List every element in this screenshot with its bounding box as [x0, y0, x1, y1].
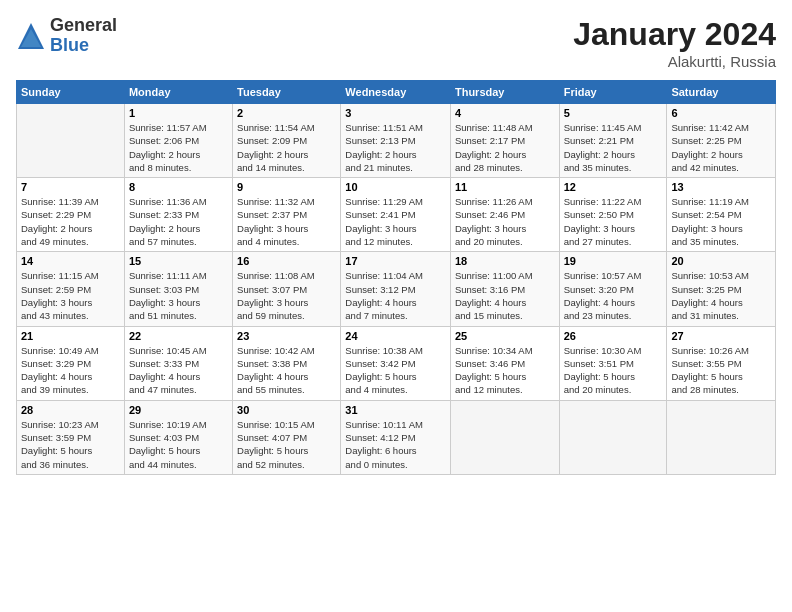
day-info: Sunrise: 10:57 AMSunset: 3:20 PMDaylight… [564, 269, 663, 322]
day-number: 14 [21, 255, 120, 267]
calendar-cell: 24Sunrise: 10:38 AMSunset: 3:42 PMDaylig… [341, 326, 451, 400]
day-info: Sunrise: 10:15 AMSunset: 4:07 PMDaylight… [237, 418, 336, 471]
calendar-cell: 22Sunrise: 10:45 AMSunset: 3:33 PMDaylig… [124, 326, 232, 400]
day-info: Sunrise: 11:08 AMSunset: 3:07 PMDaylight… [237, 269, 336, 322]
day-header: Friday [559, 81, 667, 104]
calendar-cell: 9Sunrise: 11:32 AMSunset: 2:37 PMDayligh… [233, 178, 341, 252]
calendar-cell: 4Sunrise: 11:48 AMSunset: 2:17 PMDayligh… [450, 104, 559, 178]
day-info: Sunrise: 11:51 AMSunset: 2:13 PMDaylight… [345, 121, 446, 174]
calendar-cell: 16Sunrise: 11:08 AMSunset: 3:07 PMDaylig… [233, 252, 341, 326]
calendar-cell: 21Sunrise: 10:49 AMSunset: 3:29 PMDaylig… [17, 326, 125, 400]
header: General Blue January 2024 Alakurtti, Rus… [16, 16, 776, 70]
logo-general: General [50, 16, 117, 36]
day-info: Sunrise: 10:26 AMSunset: 3:55 PMDaylight… [671, 344, 771, 397]
calendar-cell: 30Sunrise: 10:15 AMSunset: 4:07 PMDaylig… [233, 400, 341, 474]
day-number: 23 [237, 330, 336, 342]
day-number: 3 [345, 107, 446, 119]
calendar-cell: 3Sunrise: 11:51 AMSunset: 2:13 PMDayligh… [341, 104, 451, 178]
day-number: 18 [455, 255, 555, 267]
day-number: 15 [129, 255, 228, 267]
day-number: 2 [237, 107, 336, 119]
title-block: January 2024 Alakurtti, Russia [573, 16, 776, 70]
day-info: Sunrise: 10:23 AMSunset: 3:59 PMDaylight… [21, 418, 120, 471]
logo-text: General Blue [50, 16, 117, 56]
page: General Blue January 2024 Alakurtti, Rus… [0, 0, 792, 612]
day-info: Sunrise: 10:34 AMSunset: 3:46 PMDaylight… [455, 344, 555, 397]
calendar-cell: 26Sunrise: 10:30 AMSunset: 3:51 PMDaylig… [559, 326, 667, 400]
day-number: 6 [671, 107, 771, 119]
day-number: 25 [455, 330, 555, 342]
day-info: Sunrise: 11:32 AMSunset: 2:37 PMDaylight… [237, 195, 336, 248]
day-info: Sunrise: 11:11 AMSunset: 3:03 PMDaylight… [129, 269, 228, 322]
calendar-header-row: SundayMondayTuesdayWednesdayThursdayFrid… [17, 81, 776, 104]
day-header: Wednesday [341, 81, 451, 104]
calendar-cell: 6Sunrise: 11:42 AMSunset: 2:25 PMDayligh… [667, 104, 776, 178]
day-number: 8 [129, 181, 228, 193]
day-info: Sunrise: 11:15 AMSunset: 2:59 PMDaylight… [21, 269, 120, 322]
logo-blue: Blue [50, 36, 117, 56]
day-info: Sunrise: 10:45 AMSunset: 3:33 PMDaylight… [129, 344, 228, 397]
day-info: Sunrise: 10:42 AMSunset: 3:38 PMDaylight… [237, 344, 336, 397]
day-info: Sunrise: 11:36 AMSunset: 2:33 PMDaylight… [129, 195, 228, 248]
calendar-cell: 5Sunrise: 11:45 AMSunset: 2:21 PMDayligh… [559, 104, 667, 178]
calendar-cell: 8Sunrise: 11:36 AMSunset: 2:33 PMDayligh… [124, 178, 232, 252]
calendar-week-row: 21Sunrise: 10:49 AMSunset: 3:29 PMDaylig… [17, 326, 776, 400]
calendar-cell: 29Sunrise: 10:19 AMSunset: 4:03 PMDaylig… [124, 400, 232, 474]
day-info: Sunrise: 11:54 AMSunset: 2:09 PMDaylight… [237, 121, 336, 174]
calendar-cell [17, 104, 125, 178]
location: Alakurtti, Russia [573, 53, 776, 70]
day-info: Sunrise: 11:19 AMSunset: 2:54 PMDaylight… [671, 195, 771, 248]
month-title: January 2024 [573, 16, 776, 53]
day-number: 21 [21, 330, 120, 342]
day-number: 5 [564, 107, 663, 119]
calendar-cell: 27Sunrise: 10:26 AMSunset: 3:55 PMDaylig… [667, 326, 776, 400]
calendar-cell: 19Sunrise: 10:57 AMSunset: 3:20 PMDaylig… [559, 252, 667, 326]
day-number: 16 [237, 255, 336, 267]
day-number: 24 [345, 330, 446, 342]
day-number: 29 [129, 404, 228, 416]
day-info: Sunrise: 10:19 AMSunset: 4:03 PMDaylight… [129, 418, 228, 471]
day-number: 9 [237, 181, 336, 193]
day-number: 10 [345, 181, 446, 193]
calendar-week-row: 1Sunrise: 11:57 AMSunset: 2:06 PMDayligh… [17, 104, 776, 178]
day-number: 4 [455, 107, 555, 119]
calendar-cell: 18Sunrise: 11:00 AMSunset: 3:16 PMDaylig… [450, 252, 559, 326]
calendar-cell: 31Sunrise: 10:11 AMSunset: 4:12 PMDaylig… [341, 400, 451, 474]
calendar-cell: 17Sunrise: 11:04 AMSunset: 3:12 PMDaylig… [341, 252, 451, 326]
calendar-week-row: 28Sunrise: 10:23 AMSunset: 3:59 PMDaylig… [17, 400, 776, 474]
day-info: Sunrise: 11:00 AMSunset: 3:16 PMDaylight… [455, 269, 555, 322]
calendar-cell: 13Sunrise: 11:19 AMSunset: 2:54 PMDaylig… [667, 178, 776, 252]
day-info: Sunrise: 11:48 AMSunset: 2:17 PMDaylight… [455, 121, 555, 174]
calendar-cell: 7Sunrise: 11:39 AMSunset: 2:29 PMDayligh… [17, 178, 125, 252]
calendar-cell [667, 400, 776, 474]
day-info: Sunrise: 11:04 AMSunset: 3:12 PMDaylight… [345, 269, 446, 322]
day-number: 28 [21, 404, 120, 416]
day-info: Sunrise: 10:11 AMSunset: 4:12 PMDaylight… [345, 418, 446, 471]
day-number: 31 [345, 404, 446, 416]
day-number: 7 [21, 181, 120, 193]
calendar-cell [450, 400, 559, 474]
calendar-cell: 1Sunrise: 11:57 AMSunset: 2:06 PMDayligh… [124, 104, 232, 178]
calendar-cell: 2Sunrise: 11:54 AMSunset: 2:09 PMDayligh… [233, 104, 341, 178]
calendar-cell: 14Sunrise: 11:15 AMSunset: 2:59 PMDaylig… [17, 252, 125, 326]
day-info: Sunrise: 11:45 AMSunset: 2:21 PMDaylight… [564, 121, 663, 174]
day-info: Sunrise: 11:39 AMSunset: 2:29 PMDaylight… [21, 195, 120, 248]
day-number: 12 [564, 181, 663, 193]
day-number: 11 [455, 181, 555, 193]
calendar-cell: 20Sunrise: 10:53 AMSunset: 3:25 PMDaylig… [667, 252, 776, 326]
day-info: Sunrise: 10:30 AMSunset: 3:51 PMDaylight… [564, 344, 663, 397]
day-header: Sunday [17, 81, 125, 104]
day-info: Sunrise: 10:38 AMSunset: 3:42 PMDaylight… [345, 344, 446, 397]
calendar-cell: 23Sunrise: 10:42 AMSunset: 3:38 PMDaylig… [233, 326, 341, 400]
calendar-week-row: 7Sunrise: 11:39 AMSunset: 2:29 PMDayligh… [17, 178, 776, 252]
day-info: Sunrise: 11:42 AMSunset: 2:25 PMDaylight… [671, 121, 771, 174]
day-number: 17 [345, 255, 446, 267]
day-number: 13 [671, 181, 771, 193]
day-header: Tuesday [233, 81, 341, 104]
day-info: Sunrise: 10:53 AMSunset: 3:25 PMDaylight… [671, 269, 771, 322]
day-info: Sunrise: 11:29 AMSunset: 2:41 PMDaylight… [345, 195, 446, 248]
calendar-week-row: 14Sunrise: 11:15 AMSunset: 2:59 PMDaylig… [17, 252, 776, 326]
calendar-cell: 15Sunrise: 11:11 AMSunset: 3:03 PMDaylig… [124, 252, 232, 326]
day-number: 19 [564, 255, 663, 267]
day-info: Sunrise: 11:26 AMSunset: 2:46 PMDaylight… [455, 195, 555, 248]
